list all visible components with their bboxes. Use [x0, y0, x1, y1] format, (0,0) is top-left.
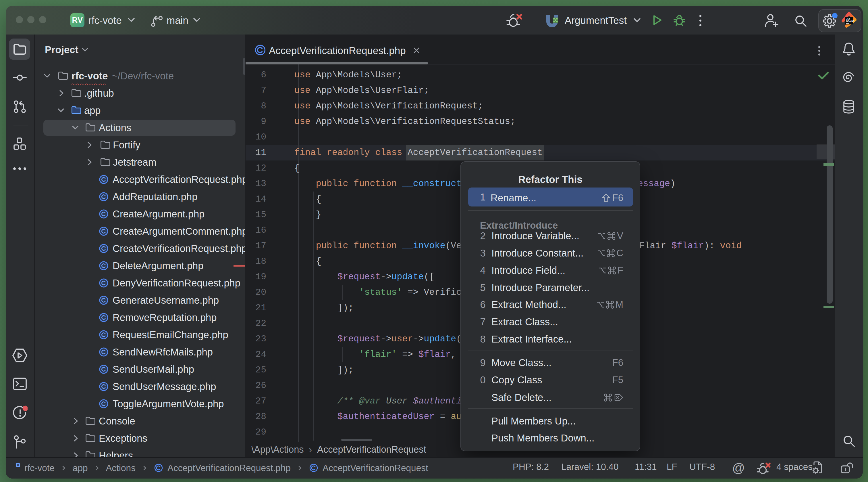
- svg-text:BRAINS: BRAINS: [846, 20, 855, 23]
